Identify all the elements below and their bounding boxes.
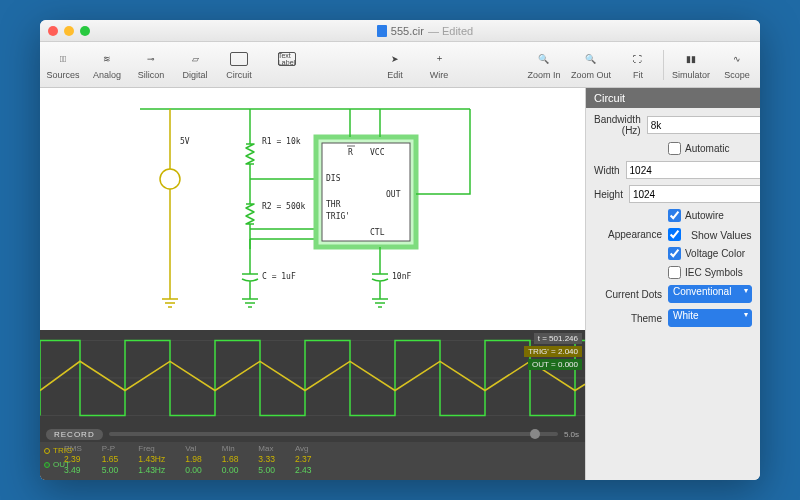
time-cursor-label: t = 501.246 (534, 333, 582, 344)
pointer-icon: ➤ (385, 50, 405, 68)
signal-out[interactable]: OUT (44, 460, 74, 469)
zoom-in-icon: 🔍 (534, 50, 554, 68)
scope-button[interactable]: ∿Scope (720, 50, 754, 80)
meas-col-p-p: P-P1.655.00 (102, 444, 119, 475)
digital-button[interactable]: ▱Digital (178, 50, 212, 80)
circuit-button[interactable]: Circuit (222, 50, 256, 80)
meas-col-freq: Freq1.43Hz1.43Hz (138, 444, 165, 475)
meas-col-min: Min1.680.00 (222, 444, 239, 475)
inspector-title: Circuit (586, 88, 760, 108)
svg-text:CTL: CTL (370, 228, 385, 237)
zoom-out-button[interactable]: 🔍Zoom Out (571, 50, 611, 80)
silicon-icon: ⊸ (141, 50, 161, 68)
wire-tool[interactable]: ＋Wire (422, 50, 456, 80)
silicon-button[interactable]: ⊸Silicon (134, 50, 168, 80)
window-title: 555.cir — Edited (98, 25, 752, 37)
voltage-color-label: Voltage Color (685, 248, 745, 259)
toolbar-components: ◯⃫Sources ≋Analog ⊸Silicon ▱Digital Circ… (46, 50, 307, 80)
analog-button[interactable]: ≋Analog (90, 50, 124, 80)
theme-select[interactable]: White (668, 309, 752, 327)
height-field[interactable] (629, 185, 760, 203)
zoom-icon[interactable] (80, 26, 90, 36)
toolbar-zoom: 🔍Zoom In 🔍Zoom Out ⛶Fit (527, 50, 655, 80)
svg-text:OUT: OUT (386, 190, 401, 199)
bandwidth-field[interactable] (647, 116, 760, 134)
minimize-icon[interactable] (64, 26, 74, 36)
voltage-color-checkbox[interactable] (668, 247, 681, 260)
measurements-table: TRIG' OUT RMS2.393.49P-P1.655.00Freq1.43… (40, 442, 585, 480)
scope-icon: ∿ (727, 50, 747, 68)
svg-text:VCC: VCC (370, 148, 385, 157)
filename: 555.cir (391, 25, 424, 37)
trig-cursor-label: TRIG' = 2.040 (524, 346, 582, 357)
svg-point-0 (160, 169, 180, 189)
current-dots-label: Current Dots (594, 289, 662, 300)
fit-button[interactable]: ⛶Fit (621, 50, 655, 80)
autowire-label: Autowire (685, 210, 724, 221)
r1-label: R1 = 10k (262, 137, 301, 146)
toolbar-edit: ➤Edit ＋Wire (378, 50, 456, 80)
appearance-label: Appearance (594, 229, 662, 240)
toolbar-right: ▮▮Simulator ∿Scope (672, 50, 754, 80)
wire-icon: ＋ (429, 50, 449, 68)
simulator-button[interactable]: ▮▮Simulator (672, 50, 710, 80)
current-dots-select[interactable]: Conventional (668, 285, 752, 303)
svg-text:TRIG': TRIG' (326, 212, 350, 221)
c2-label: 10nF (392, 272, 411, 281)
scope-panel: t = 501.246 TRIG' = 2.040 OUT = 0.000 RE… (40, 330, 585, 480)
scope-window: 5.0s (564, 430, 579, 439)
supply-label: 5V (180, 137, 190, 146)
record-button[interactable]: RECORD (46, 429, 103, 440)
meas-col-max: Max3.335.00 (258, 444, 275, 475)
textlabel-icon: TextLabel (277, 50, 297, 68)
iec-label: IEC Symbols (685, 267, 743, 278)
pause-icon: ▮▮ (681, 50, 701, 68)
height-label: Height (594, 189, 623, 200)
iec-checkbox[interactable] (668, 266, 681, 279)
inspector-panel: Circuit Bandwidth (Hz) Automatic Width▲▼… (585, 88, 760, 480)
bullet-icon (44, 448, 50, 454)
scope-plot[interactable]: t = 501.246 TRIG' = 2.040 OUT = 0.000 (40, 330, 585, 426)
autowire-checkbox[interactable] (668, 209, 681, 222)
show-values-checkbox[interactable] (668, 228, 681, 241)
svg-text:R: R (348, 148, 353, 157)
c1-label: C = 1uF (262, 272, 296, 281)
out-cursor-label: OUT = 0.000 (528, 359, 582, 370)
scrubber-thumb[interactable] (530, 429, 540, 439)
svg-text:THR: THR (326, 200, 341, 209)
sources-icon: ◯⃫ (53, 50, 73, 68)
analog-icon: ≋ (97, 50, 117, 68)
schematic-canvas[interactable]: 5V R1 = 10k R2 = 500k C = 1 (40, 88, 585, 330)
app-window: 555.cir — Edited ◯⃫Sources ≋Analog ⊸Sili… (40, 20, 760, 480)
scope-controls: RECORD 5.0s (40, 426, 585, 442)
signal-trig[interactable]: TRIG' (44, 446, 74, 455)
r2-label: R2 = 500k (262, 202, 306, 211)
circuit-icon (229, 50, 249, 68)
edited-indicator: — Edited (428, 25, 473, 37)
scope-scrubber[interactable] (109, 432, 558, 436)
ic-555[interactable]: R VCC DIS THR TRIG' OUT CTL (316, 137, 416, 247)
svg-text:DIS: DIS (326, 174, 341, 183)
theme-label: Theme (594, 313, 662, 324)
bandwidth-label: Bandwidth (Hz) (594, 114, 641, 136)
digital-icon: ▱ (185, 50, 205, 68)
automatic-label: Automatic (685, 143, 729, 154)
sources-button[interactable]: ◯⃫Sources (46, 50, 80, 80)
meas-col-val: Val1.980.00 (185, 444, 202, 475)
width-label: Width (594, 165, 620, 176)
automatic-checkbox[interactable] (668, 142, 681, 155)
edit-tool[interactable]: ➤Edit (378, 50, 412, 80)
meas-col-avg: Avg2.372.43 (295, 444, 312, 475)
zoom-in-button[interactable]: 🔍Zoom In (527, 50, 561, 80)
zoom-out-icon: 🔍 (581, 50, 601, 68)
show-values-label: Show Values (691, 229, 752, 241)
titlebar: 555.cir — Edited (40, 20, 760, 42)
textlabel-button[interactable]: TextLabelText Label (266, 50, 307, 80)
width-field[interactable] (626, 161, 760, 179)
document-icon (377, 25, 387, 37)
window-controls (48, 26, 90, 36)
toolbar: ◯⃫Sources ≋Analog ⊸Silicon ▱Digital Circ… (40, 42, 760, 88)
fit-icon: ⛶ (628, 50, 648, 68)
close-icon[interactable] (48, 26, 58, 36)
toolbar-separator (663, 50, 664, 80)
